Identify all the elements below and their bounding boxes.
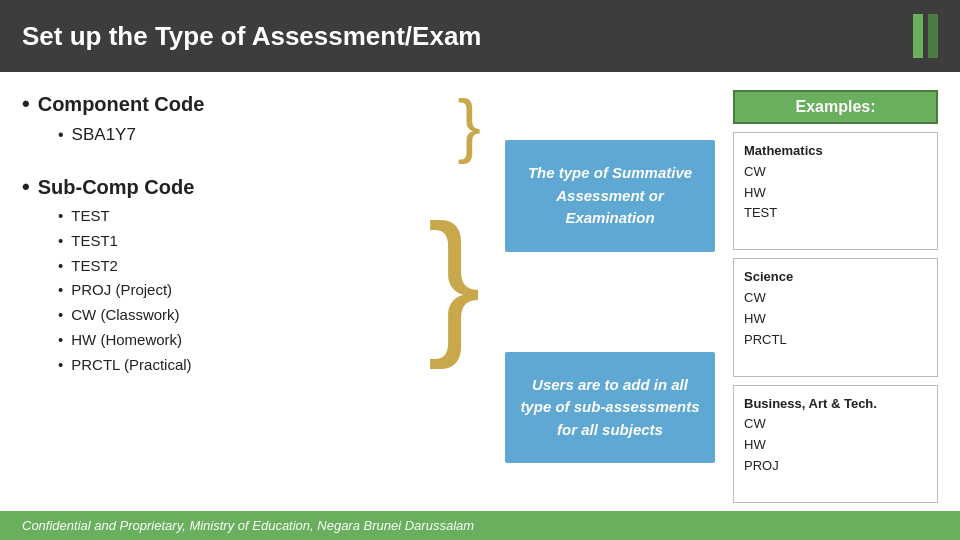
business-item: PROJ — [744, 456, 927, 477]
footer-text: Confidential and Proprietary, Ministry o… — [22, 518, 474, 533]
subcomp-code-bullet: • Sub-Comp Code •TEST•TEST1•TEST2•PROJ (… — [22, 174, 422, 377]
component-code-content: • Component Code • SBA1Y7 — [22, 91, 452, 158]
subcomp-code-section: • Sub-Comp Code •TEST•TEST1•TEST2•PROJ (… — [22, 174, 487, 387]
math-example-box: Mathematics CWHWTEST — [733, 132, 938, 250]
bullet-dot-2: • — [22, 174, 30, 200]
component-code-section: • Component Code • SBA1Y7 } — [22, 90, 487, 160]
examples-header: Examples: — [733, 90, 938, 124]
accent-bar-2 — [928, 14, 938, 58]
info-box-2: Users are to add in all type of sub-asse… — [505, 352, 715, 464]
sub-comp-bullet-item: •PRCTL (Practical) — [58, 353, 422, 378]
subcomp-code-label: • Sub-Comp Code — [22, 174, 422, 200]
science-items: CWHWPRCTL — [744, 288, 927, 350]
bullet-dot-1: • — [22, 91, 30, 117]
sub-comp-dot: • — [58, 303, 63, 328]
footer: Confidential and Proprietary, Ministry o… — [0, 511, 960, 540]
main-content: • Component Code • SBA1Y7 } — [0, 72, 960, 511]
math-item: TEST — [744, 203, 927, 224]
header-accent — [913, 14, 938, 58]
subcomp-code-content: • Sub-Comp Code •TEST•TEST1•TEST2•PROJ (… — [22, 174, 422, 387]
science-item: PRCTL — [744, 330, 927, 351]
sub-comp-dot: • — [58, 328, 63, 353]
sub-comp-dot: • — [58, 254, 63, 279]
page: Set up the Type of Assessment/Exam • Com… — [0, 0, 960, 540]
science-example-box: Science CWHWPRCTL — [733, 258, 938, 376]
sub-comp-bullet-item: •CW (Classwork) — [58, 303, 422, 328]
sub-comp-dot: • — [58, 353, 63, 378]
right-column: Examples: Mathematics CWHWTEST Science C… — [733, 90, 938, 503]
header: Set up the Type of Assessment/Exam — [0, 0, 960, 72]
business-item: HW — [744, 435, 927, 456]
sba-sub-bullet: • SBA1Y7 — [58, 121, 452, 148]
sub-comp-bullet-item: •TEST2 — [58, 254, 422, 279]
business-item: CW — [744, 414, 927, 435]
component-code-label: • Component Code — [22, 91, 452, 117]
left-column: • Component Code • SBA1Y7 } — [22, 90, 487, 503]
business-items: CWHWPROJ — [744, 414, 927, 476]
sub-comp-dot: • — [58, 204, 63, 229]
brace-bottom: } — [428, 201, 481, 361]
business-title: Business, Art & Tech. — [744, 394, 927, 415]
science-item: HW — [744, 309, 927, 330]
subcomp-bullets-list: •TEST•TEST1•TEST2•PROJ (Project)•CW (Cla… — [58, 204, 422, 377]
sub-comp-dot: • — [58, 278, 63, 303]
math-items: CWHWTEST — [744, 162, 927, 224]
middle-column: The type of Summative Assessment or Exam… — [505, 90, 715, 503]
info-box-1: The type of Summative Assessment or Exam… — [505, 140, 715, 252]
accent-bar-1 — [913, 14, 923, 58]
sub-comp-bullet-item: •PROJ (Project) — [58, 278, 422, 303]
science-item: CW — [744, 288, 927, 309]
brace-top: } — [458, 90, 481, 160]
sub-comp-bullet-item: •HW (Homework) — [58, 328, 422, 353]
business-example-box: Business, Art & Tech. CWHWPROJ — [733, 385, 938, 503]
science-title: Science — [744, 267, 927, 288]
math-item: CW — [744, 162, 927, 183]
sub-comp-dot: • — [58, 229, 63, 254]
math-title: Mathematics — [744, 141, 927, 162]
sub-dot-1: • — [58, 122, 64, 148]
component-code-bullet: • Component Code • SBA1Y7 — [22, 91, 452, 148]
page-title: Set up the Type of Assessment/Exam — [22, 21, 481, 52]
sub-comp-bullet-item: •TEST — [58, 204, 422, 229]
sba-item: • SBA1Y7 — [58, 121, 452, 148]
math-item: HW — [744, 183, 927, 204]
sub-comp-bullet-item: •TEST1 — [58, 229, 422, 254]
